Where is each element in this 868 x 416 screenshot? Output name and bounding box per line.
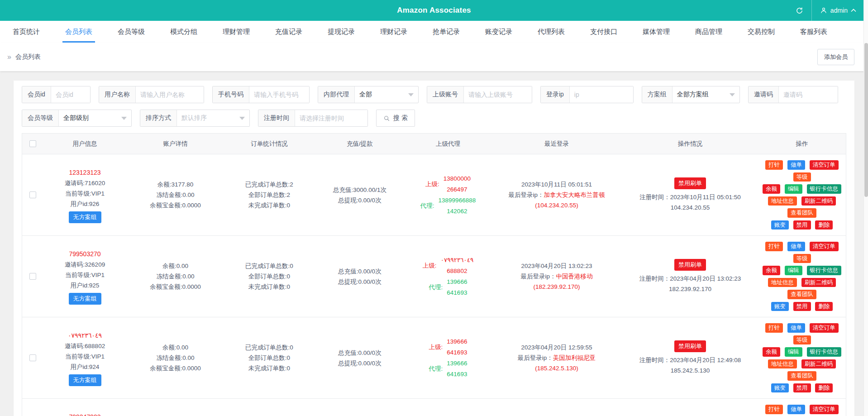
member-username[interactable]: 799247903 [45,411,125,416]
action-button[interactable]: 账变 [771,302,789,311]
last-login-ip-label: 最后登录ip： [518,354,553,361]
action-button[interactable]: 清空订单 [810,160,839,170]
rob-order-disabled-badge: 禁用刷单 [674,177,706,189]
filter-login-ip: 登录ip [540,86,634,103]
action-button[interactable]: 账变 [771,220,789,230]
filter-label: 会员等级 [22,110,59,126]
member-id-input[interactable] [51,86,90,103]
parent-account-input[interactable] [464,86,532,103]
user-menu[interactable]: admin [820,7,856,14]
col-header-user-info: 用户信息 [43,140,127,148]
row-checkbox[interactable] [29,354,36,361]
select-all-checkbox[interactable] [29,140,36,147]
action-button[interactable]: 做单 [787,160,805,170]
action-button[interactable]: 删除 [815,383,833,393]
plan-group-badge[interactable]: 无方案组 [69,211,101,223]
action-button[interactable]: 等级 [793,254,811,263]
selected-value: 全部方案组 [677,91,709,99]
action-button[interactable]: 打针 [765,242,783,251]
action-button[interactable]: 清空订单 [810,323,839,333]
action-button[interactable]: 刷新二维码 [801,359,836,369]
member-username[interactable]: 123123123 [45,167,125,178]
header-actions: admin [788,0,868,21]
plan-group-badge[interactable]: 无方案组 [69,374,101,386]
sort-select[interactable]: 默认排序 [177,110,249,126]
action-button[interactable]: 禁用 [793,383,811,393]
invite-code-input[interactable] [779,86,838,103]
nav-tab[interactable]: 支付接口 [577,21,630,43]
action-button[interactable]: 查看团队 [787,208,816,218]
refresh-button[interactable] [788,0,811,21]
member-username[interactable]: 799503270 [45,249,125,259]
action-button[interactable]: 刷新二维码 [801,196,836,206]
superior-account: 688802 [441,266,474,277]
action-button[interactable]: 打针 [765,405,783,414]
plan-group-badge[interactable]: 无方案组 [69,293,101,305]
nav-tab[interactable]: 商品管理 [682,21,735,43]
action-button[interactable]: 打针 [765,323,783,333]
row-checkbox[interactable] [29,191,36,198]
nav-tab[interactable]: 交易控制 [735,21,787,43]
nav-tab[interactable]: 会员等级 [105,21,157,43]
action-button[interactable]: 地址信息 [768,359,797,369]
phone-input[interactable] [249,86,309,103]
member-level-select[interactable]: 全部级别 [59,110,131,126]
action-button[interactable]: 银行卡信息 [807,347,842,357]
action-button[interactable]: 清空订单 [810,242,839,251]
action-button[interactable]: 编辑 [785,184,802,194]
nav-tab[interactable]: 理财管理 [210,21,262,43]
action-button[interactable]: 编辑 [785,347,802,357]
action-button[interactable]: 余额 [763,184,780,194]
nav-tab[interactable]: 账变记录 [472,21,525,43]
action-button[interactable]: 余额 [763,347,780,357]
action-button[interactable]: 做单 [787,323,805,333]
col-header-actions: 操作 [758,140,846,148]
plan-group-select[interactable]: 全部方案组 [672,86,739,103]
nav-tab[interactable]: 客服列表 [787,21,840,43]
nav-tab[interactable]: 提现记录 [315,21,367,43]
filter-plan-group: 方案组 全部方案组 [642,86,740,103]
filter-label: 注册时间 [258,110,295,126]
action-button[interactable]: 等级 [793,335,811,345]
row-checkbox[interactable] [29,273,36,280]
username-label: admin [830,7,848,14]
login-ip-input[interactable] [570,86,633,103]
nav-tab[interactable]: 充值记录 [262,21,315,43]
nav-tab[interactable]: 抢单记录 [420,21,472,43]
nav-tab[interactable]: 理财记录 [367,21,420,43]
search-button[interactable]: 搜 索 [376,110,415,127]
action-button[interactable]: 银行卡信息 [807,184,842,194]
internal-agent-select[interactable]: 全部 [355,86,418,103]
action-button[interactable]: 查看团队 [787,290,816,299]
action-button[interactable]: 等级 [793,172,811,182]
nav-tab[interactable]: 媒体管理 [630,21,682,43]
action-button[interactable]: 打针 [765,160,783,170]
action-button[interactable]: 禁用 [793,220,811,230]
add-member-button[interactable]: 添加会员 [817,49,854,65]
reg-time-label: 注册时间： [639,194,670,201]
action-button[interactable]: 银行卡信息 [807,266,842,275]
username-input[interactable] [136,86,204,103]
scrollbar[interactable] [863,0,868,416]
action-button[interactable]: 清空订单 [810,405,839,414]
action-button[interactable]: 查看团队 [787,371,816,381]
nav-tab[interactable]: 会员列表 [52,21,105,43]
action-button[interactable]: 地址信息 [768,196,797,206]
action-button[interactable]: 刷新二维码 [801,278,836,287]
nav-tab[interactable]: 代理列表 [525,21,577,43]
member-username[interactable]: ٠٧٩٩٢٣٦٠٤٩ [45,330,125,341]
action-button[interactable]: 做单 [787,405,805,414]
action-button[interactable]: 余额 [763,266,780,275]
action-button[interactable]: 删除 [815,220,833,230]
action-button[interactable]: 禁用 [793,302,811,311]
reg-time-input[interactable] [295,110,367,126]
scrollbar-thumb[interactable] [864,43,868,197]
action-button[interactable]: 编辑 [785,266,802,275]
agent-account: 142062 [439,206,476,217]
action-button[interactable]: 做单 [787,242,805,251]
nav-tab[interactable]: 模式分组 [157,21,210,43]
action-button[interactable]: 删除 [815,302,833,311]
action-button[interactable]: 地址信息 [768,278,797,287]
action-button[interactable]: 账变 [771,383,789,393]
nav-tab[interactable]: 首页统计 [0,21,52,43]
